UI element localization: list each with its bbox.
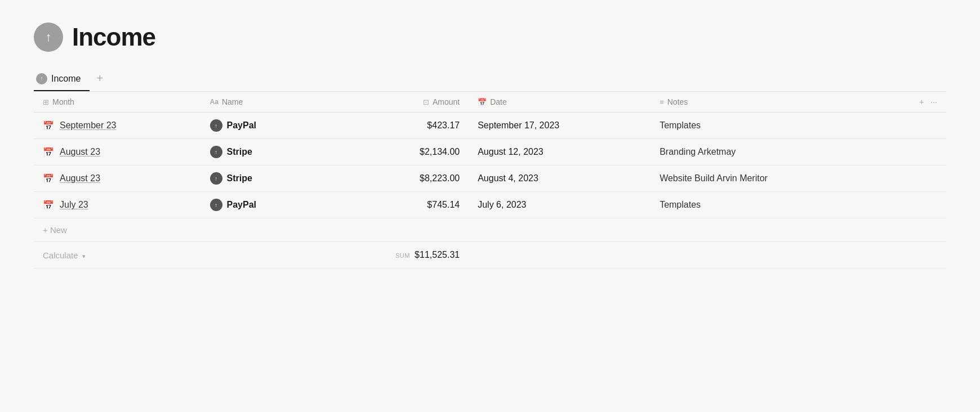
table-row[interactable]: 📅 August 23 ↑ Stripe $8,223.00 August 4,… xyxy=(34,165,946,192)
tab-income[interactable]: ↑ Income xyxy=(34,69,90,91)
cell-date-0: September 17, 2023 xyxy=(469,113,651,139)
table-header-row: ⊞ Month Aa Name ⊡ Amount xyxy=(34,92,946,113)
table-row[interactable]: 📅 September 23 ↑ PayPal $423.17 Septembe… xyxy=(34,113,946,139)
col-header-date: 📅 Date xyxy=(469,92,651,113)
new-row-button[interactable]: + New xyxy=(34,218,946,242)
cell-month-1: 📅 August 23 xyxy=(34,139,201,165)
cell-name-2: ↑ Stripe xyxy=(201,165,319,192)
tab-bar: ↑ Income + xyxy=(34,68,946,92)
tab-income-label: Income xyxy=(51,74,81,84)
cell-date-3: July 6, 2023 xyxy=(469,192,651,218)
cell-month-3: 📅 July 23 xyxy=(34,192,201,218)
footer-row: Calculate ▾ SUM $11,525.31 xyxy=(34,242,946,268)
sum-label: SUM xyxy=(395,252,410,259)
cell-date-2: August 4, 2023 xyxy=(469,165,651,192)
sum-value: $11,525.31 xyxy=(415,250,460,259)
cell-month-0: 📅 September 23 xyxy=(34,113,201,139)
footer-empty-date xyxy=(469,242,651,268)
name-icon-2: ↑ xyxy=(210,172,222,185)
table-row[interactable]: 📅 July 23 ↑ PayPal $745.14 July 6, 2023 … xyxy=(34,192,946,218)
income-table: ⊞ Month Aa Name ⊡ Amount xyxy=(34,92,946,268)
calendar-icon-3: 📅 xyxy=(43,200,54,211)
cell-amount-0: $423.17 xyxy=(318,113,469,139)
footer-empty-actions xyxy=(880,242,946,268)
cell-actions-2 xyxy=(880,165,946,192)
cell-notes-2: Website Build Arvin Meritor xyxy=(651,165,880,192)
cell-amount-1: $2,134.00 xyxy=(318,139,469,165)
cell-actions-3 xyxy=(880,192,946,218)
footer-empty-name xyxy=(201,242,319,268)
name-icon-1: ↑ xyxy=(210,146,222,158)
cell-month-2: 📅 August 23 xyxy=(34,165,201,192)
col-header-actions: + ··· xyxy=(880,92,946,113)
new-row-label: + New xyxy=(34,218,946,242)
calendar-icon-0: 📅 xyxy=(43,120,54,131)
tab-income-icon: ↑ xyxy=(36,73,47,84)
cell-name-3: ↑ PayPal xyxy=(201,192,319,218)
calendar-icon-2: 📅 xyxy=(43,173,54,184)
tab-add-button[interactable]: + xyxy=(90,68,110,92)
amount-col-icon: ⊡ xyxy=(423,98,429,106)
add-col-icon[interactable]: + xyxy=(919,97,924,106)
cell-actions-0 xyxy=(880,113,946,139)
cell-notes-1: Branding Arketmay xyxy=(651,139,880,165)
col-header-amount: ⊡ Amount xyxy=(318,92,469,113)
cell-notes-3: Templates xyxy=(651,192,880,218)
more-col-icon[interactable]: ··· xyxy=(930,97,937,106)
name-col-icon: Aa xyxy=(210,98,219,106)
calendar-icon-1: 📅 xyxy=(43,147,54,158)
col-header-month: ⊞ Month xyxy=(34,92,201,113)
sum-cell: SUM $11,525.31 xyxy=(318,242,469,268)
page-title: Income xyxy=(72,23,155,51)
table-row[interactable]: 📅 August 23 ↑ Stripe $2,134.00 August 12… xyxy=(34,139,946,165)
name-icon-3: ↑ xyxy=(210,199,222,211)
page-icon: ↑ xyxy=(34,23,63,52)
cell-date-1: August 12, 2023 xyxy=(469,139,651,165)
page-header: ↑ Income xyxy=(34,23,946,52)
calculate-cell[interactable]: Calculate ▾ xyxy=(34,242,201,268)
col-header-notes: ≡ Notes xyxy=(651,92,880,113)
cell-amount-2: $8,223.00 xyxy=(318,165,469,192)
col-header-name: Aa Name xyxy=(201,92,319,113)
date-col-icon: 📅 xyxy=(478,98,487,106)
footer-empty-notes xyxy=(651,242,880,268)
cell-name-1: ↑ Stripe xyxy=(201,139,319,165)
cell-amount-3: $745.14 xyxy=(318,192,469,218)
cell-name-0: ↑ PayPal xyxy=(201,113,319,139)
cell-notes-0: Templates xyxy=(651,113,880,139)
month-col-icon: ⊞ xyxy=(43,98,49,106)
cell-actions-1 xyxy=(880,139,946,165)
name-icon-0: ↑ xyxy=(210,119,222,132)
notes-col-icon: ≡ xyxy=(660,98,664,106)
